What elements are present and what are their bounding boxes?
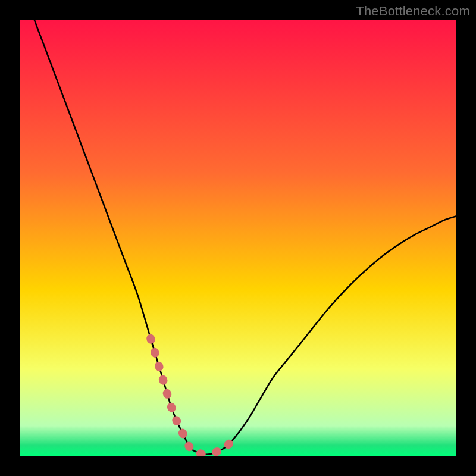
accent-segments bbox=[151, 339, 233, 455]
accent-segment bbox=[151, 339, 209, 455]
plot-area bbox=[20, 20, 456, 456]
bottleneck-curve bbox=[20, 20, 456, 455]
chart-stage: TheBottleneck.com bbox=[0, 0, 476, 476]
watermark-text: TheBottleneck.com bbox=[356, 4, 470, 19]
accent-segment bbox=[216, 439, 233, 452]
curve-layer bbox=[20, 20, 456, 456]
